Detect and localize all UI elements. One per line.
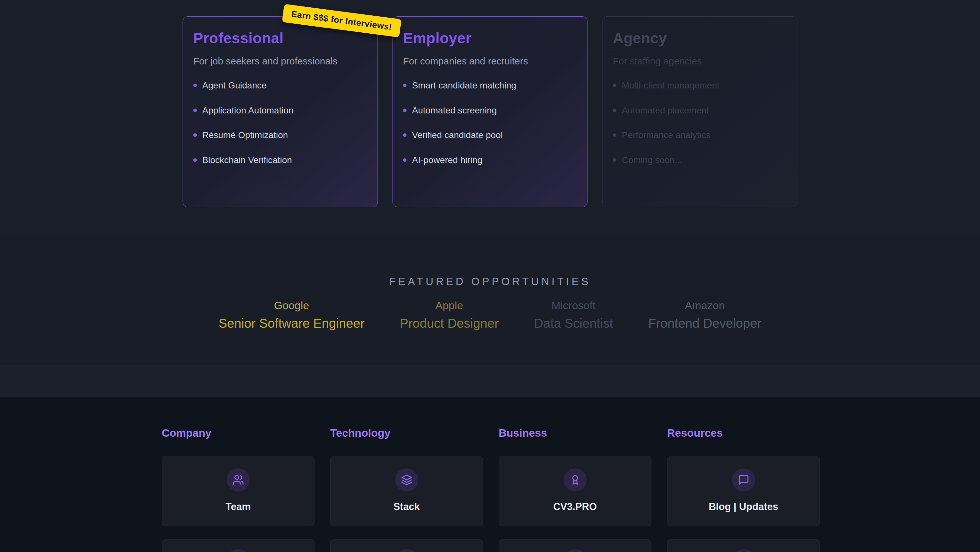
plan-feature-label: Application Automation <box>202 105 294 116</box>
footer-column-heading: Technology <box>330 427 483 439</box>
footer-link-label: Blog | Updates <box>709 501 778 512</box>
plan-feature: Automated screening <box>403 105 577 116</box>
footer-link-blog[interactable]: Blog | Updates <box>667 456 820 526</box>
plan-feature-label: Smart candidate matching <box>412 80 516 91</box>
plan-feature-label: Multi-client management <box>622 80 720 91</box>
page: Earn $$$ for Interviews! Professional Fo… <box>0 0 980 552</box>
bullet-dot-icon <box>193 84 197 87</box>
job-title: Senior Software Engineer <box>218 316 364 330</box>
plan-feature: Automated placement <box>613 105 787 116</box>
featured-opportunities-section: FEATURED OPPORTUNITIES Google Senior Sof… <box>0 236 980 366</box>
footer-column-heading: Company <box>162 427 315 439</box>
icon-circle <box>564 549 587 552</box>
plan-title: Employer <box>403 29 577 47</box>
plan-feature: Blockchain Verification <box>193 155 368 166</box>
bullet-dot-icon <box>403 84 407 87</box>
plan-feature: Performance analytics <box>613 130 787 140</box>
bullet-dot-icon <box>193 133 197 137</box>
footer-column-resources: Resources Blog | Updates <box>667 427 820 552</box>
bullet-dot-icon <box>613 158 617 162</box>
plan-feature-label: AI-powered hiring <box>412 155 482 166</box>
plan-feature-list: Agent Guidance Application Automation Ré… <box>193 80 368 165</box>
footer: Company Team Technology <box>0 397 980 552</box>
plan-feature-label: Performance analytics <box>622 130 711 140</box>
footer-link-label: CV3.PRO <box>553 501 597 512</box>
icon-circle <box>227 468 250 491</box>
plan-feature: Smart candidate matching <box>403 80 577 91</box>
icon-circle <box>395 468 418 491</box>
plan-subtitle: For companies and recruiters <box>403 56 577 67</box>
footer-column-technology: Technology Stack <box>330 427 483 552</box>
bullet-dot-icon <box>613 108 617 112</box>
bullet-dot-icon <box>403 133 407 137</box>
plan-subtitle: For job seekers and professionals <box>193 56 368 67</box>
footer-link-clipped[interactable] <box>667 539 820 552</box>
plan-feature-label: Coming soon... <box>622 155 682 166</box>
footer-link-cv3pro[interactable]: CV3.PRO <box>499 456 651 526</box>
plan-card-row: Professional For job seekers and profess… <box>183 16 797 207</box>
plan-feature: Agent Guidance <box>193 80 368 91</box>
footer-link-clipped[interactable] <box>330 539 483 552</box>
bullet-dot-icon <box>613 133 617 137</box>
plan-feature-list: Smart candidate matching Automated scree… <box>403 80 577 165</box>
footer-column-heading: Resources <box>667 427 820 439</box>
footer-link-label: Stack <box>393 501 420 512</box>
job-title: Data Scientist <box>534 316 613 330</box>
bullet-dot-icon <box>403 108 407 112</box>
job-company: Microsoft <box>534 299 613 312</box>
plan-card-employer[interactable]: Employer For companies and recruiters Sm… <box>393 16 588 207</box>
plan-feature: Application Automation <box>193 105 368 116</box>
plan-card-agency: Agency For staffing agencies Multi-clien… <box>602 16 797 207</box>
bullet-dot-icon <box>193 108 197 112</box>
featured-jobs-row: Google Senior Software Engineer Apple Pr… <box>0 299 980 330</box>
featured-job-microsoft[interactable]: Microsoft Data Scientist <box>534 299 613 330</box>
plan-feature-label: Blockchain Verification <box>202 155 292 166</box>
plan-subtitle: For staffing agencies <box>613 56 787 67</box>
plan-feature-label: Verified candidate pool <box>412 130 503 140</box>
plan-feature-label: Résumé Optimization <box>202 130 288 140</box>
layers-icon <box>401 474 412 486</box>
job-company: Google <box>218 299 364 312</box>
plan-feature-label: Automated screening <box>412 105 497 116</box>
plan-feature: Résumé Optimization <box>193 130 368 140</box>
featured-job-google[interactable]: Google Senior Software Engineer <box>218 299 364 330</box>
footer-link-team[interactable]: Team <box>162 456 315 526</box>
plan-card-professional[interactable]: Professional For job seekers and profess… <box>183 16 378 207</box>
footer-link-label: Team <box>226 501 251 512</box>
icon-circle <box>732 468 755 491</box>
plan-feature: AI-powered hiring <box>403 155 577 166</box>
footer-link-clipped[interactable] <box>499 539 651 552</box>
footer-link-clipped[interactable] <box>162 539 315 552</box>
featured-job-apple[interactable]: Apple Product Designer <box>400 299 499 330</box>
job-title: Frontend Developer <box>648 316 762 330</box>
plan-feature-label: Automated placement <box>622 105 709 116</box>
award-icon <box>570 474 581 486</box>
spacer-strip <box>0 366 980 397</box>
footer-column-heading: Business <box>499 427 651 439</box>
icon-circle <box>395 549 418 552</box>
users-icon <box>232 474 244 486</box>
job-company: Amazon <box>648 299 762 312</box>
plan-feature: Coming soon... <box>613 155 787 166</box>
plan-title: Professional <box>193 29 368 47</box>
footer-link-stack[interactable]: Stack <box>330 456 483 526</box>
job-company: Apple <box>400 299 499 312</box>
plans-section: Earn $$$ for Interviews! Professional Fo… <box>0 0 980 236</box>
message-bubble-icon <box>738 474 749 486</box>
bullet-dot-icon <box>613 84 617 87</box>
plan-title: Agency <box>613 29 787 47</box>
footer-grid: Company Team Technology <box>162 427 980 552</box>
footer-column-company: Company Team <box>162 427 315 552</box>
plan-feature-label: Agent Guidance <box>202 80 267 91</box>
plan-feature-list: Multi-client management Automated placem… <box>613 80 787 165</box>
job-title: Product Designer <box>400 316 499 330</box>
plan-feature: Multi-client management <box>613 80 787 91</box>
bullet-dot-icon <box>403 158 407 162</box>
icon-circle <box>227 549 250 552</box>
icon-circle <box>564 468 587 491</box>
icon-circle <box>732 549 755 552</box>
featured-job-amazon[interactable]: Amazon Frontend Developer <box>648 299 762 330</box>
featured-heading: FEATURED OPPORTUNITIES <box>0 236 980 288</box>
bullet-dot-icon <box>193 158 197 162</box>
footer-column-business: Business CV3.PRO <box>499 427 651 552</box>
